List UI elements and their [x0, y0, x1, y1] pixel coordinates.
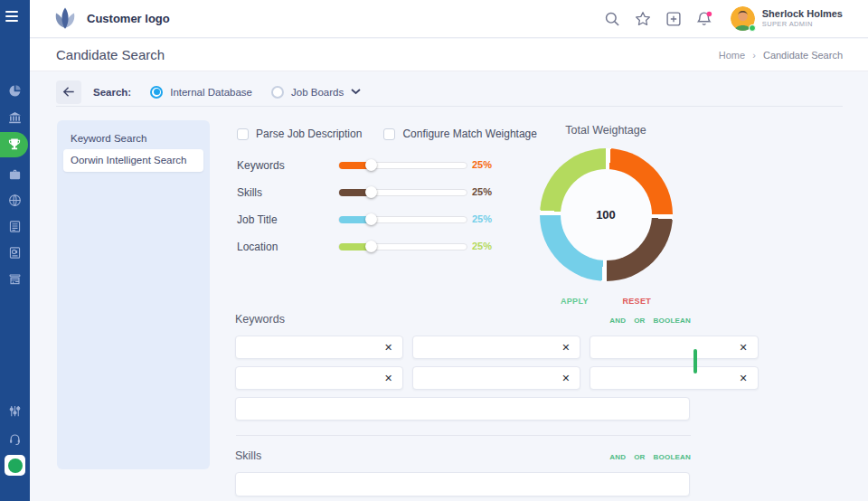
- user-menu[interactable]: Sherlock Holmes SUPER ADMIN: [762, 8, 843, 28]
- search-label: Search:: [93, 87, 131, 98]
- chart-actions: APPLY RESET: [539, 297, 673, 306]
- skill-operators: AND OR BOOLEAN: [609, 453, 691, 461]
- slider-track[interactable]: [338, 243, 467, 250]
- chart-center-value: 100: [561, 169, 652, 260]
- reset-button[interactable]: RESET: [622, 297, 651, 306]
- slider-value: 25%: [472, 213, 492, 224]
- panel-item-keyword-search[interactable]: Keyword Search: [71, 133, 146, 144]
- back-button[interactable]: [56, 80, 81, 104]
- keywords-slider: Keywords 25%: [234, 159, 505, 174]
- online-status-dot: [749, 24, 756, 32]
- operator-boolean[interactable]: BOOLEAN: [654, 317, 691, 325]
- keyword-chip: ✕: [235, 336, 403, 359]
- location-slider: Location 25%: [234, 241, 505, 255]
- slider-track[interactable]: [338, 189, 467, 196]
- chat-widget-icon[interactable]: [5, 455, 25, 476]
- clear-icon[interactable]: ✕: [552, 343, 580, 353]
- avatar[interactable]: [731, 6, 755, 31]
- arrow-left-icon: [62, 86, 75, 98]
- topbar: Customer logo Sherlock Holmes SUPER ADMI…: [30, 0, 868, 38]
- star-icon[interactable]: [635, 11, 651, 27]
- slider-track[interactable]: [338, 216, 467, 223]
- keywords-free-text-input[interactable]: [236, 398, 689, 420]
- breadcrumb-separator: ›: [752, 50, 756, 61]
- slider-value: 25%: [472, 186, 492, 197]
- keyword-input[interactable]: [590, 336, 729, 358]
- keyword-chip: ✕: [412, 366, 580, 390]
- storefront-icon[interactable]: [0, 270, 30, 287]
- operator-and[interactable]: AND: [609, 317, 626, 325]
- keyword-input[interactable]: [590, 367, 729, 389]
- panel-item-oorwin-intelligent-search[interactable]: Oorwin Intelligent Search: [63, 149, 203, 172]
- clear-icon[interactable]: ✕: [729, 373, 757, 383]
- app-sidebar: [0, 0, 30, 501]
- breadcrumb-home[interactable]: Home: [719, 50, 745, 61]
- radio-selected-icon: [150, 86, 163, 99]
- globe-icon[interactable]: [0, 192, 30, 208]
- option-checkboxes: Parse Job Description Configure Match We…: [237, 128, 537, 140]
- configure-match-weightage-checkbox[interactable]: Configure Match Weightage: [383, 128, 537, 140]
- newspaper-icon[interactable]: [0, 218, 30, 234]
- keyword-input[interactable]: [236, 367, 374, 389]
- pie-chart-icon[interactable]: [0, 82, 30, 99]
- slider-value: 25%: [472, 159, 492, 170]
- trophy-icon: [7, 137, 22, 152]
- breadcrumb: Home › Candidate Search: [719, 50, 843, 61]
- keyword-chip: ✕: [235, 366, 403, 390]
- page-title: Candidate Search: [56, 47, 165, 62]
- search-icon[interactable]: [604, 11, 620, 27]
- breadcrumb-current: Candidate Search: [763, 50, 843, 61]
- keywords-section-title: Keywords: [235, 313, 285, 326]
- keyword-input[interactable]: [413, 336, 552, 358]
- clear-icon[interactable]: ✕: [374, 373, 402, 383]
- scrollbar-thumb[interactable]: [693, 349, 697, 373]
- parse-job-description-checkbox[interactable]: Parse Job Description: [237, 128, 362, 140]
- skills-free-text-box: [235, 472, 690, 496]
- customer-logo-icon: [52, 6, 79, 31]
- slider-thumb[interactable]: [365, 241, 377, 252]
- keyword-input[interactable]: [413, 367, 552, 389]
- checkbox-icon: [383, 128, 395, 140]
- total-weightage-chart: Total Weightage 100 APPLY RESET: [539, 124, 673, 306]
- clear-icon[interactable]: ✕: [374, 343, 402, 353]
- page-header: Candidate Search Home › Candidate Search: [30, 39, 868, 71]
- notification-dot: [706, 11, 712, 16]
- sidebar-item-trophy-active[interactable]: [0, 132, 28, 157]
- total-weightage-donut: 100: [540, 148, 673, 281]
- keywords-section-header: Keywords AND OR BOOLEAN: [235, 313, 691, 326]
- keywords-free-text-box: [235, 397, 690, 421]
- user-role: SUPER ADMIN: [762, 21, 843, 28]
- slider-track[interactable]: [338, 162, 467, 169]
- menu-icon[interactable]: [5, 11, 18, 24]
- keyword-operators: AND OR BOOLEAN: [609, 317, 691, 325]
- briefcase-icon[interactable]: [0, 166, 30, 183]
- checkbox-icon: [237, 128, 249, 140]
- blog-icon[interactable]: [0, 244, 30, 260]
- add-square-icon[interactable]: [665, 11, 682, 27]
- sliders-icon[interactable]: [0, 402, 30, 419]
- clear-icon[interactable]: ✕: [552, 373, 580, 383]
- user-name: Sherlock Holmes: [762, 8, 843, 19]
- bell-icon[interactable]: [696, 11, 712, 27]
- slider-thumb[interactable]: [365, 159, 377, 171]
- slider-value: 25%: [472, 241, 492, 251]
- skills-slider: Skills 25%: [234, 186, 505, 201]
- apply-button[interactable]: APPLY: [561, 297, 589, 306]
- main-content: Parse Job Description Configure Match We…: [234, 71, 697, 501]
- keyword-input[interactable]: [236, 336, 374, 358]
- slider-thumb[interactable]: [365, 186, 377, 198]
- keyword-chip: ✕: [412, 336, 580, 359]
- operator-boolean[interactable]: BOOLEAN: [654, 453, 691, 461]
- keyword-chip: ✕: [590, 366, 758, 390]
- operator-and[interactable]: AND: [609, 453, 626, 461]
- skills-free-text-input[interactable]: [236, 473, 689, 496]
- skills-section-title: Skills: [235, 449, 261, 462]
- keyword-chip-list: ✕ ✕ ✕ ✕ ✕ ✕: [235, 336, 691, 390]
- headset-icon[interactable]: [0, 430, 30, 447]
- section-divider: [236, 435, 691, 436]
- operator-or[interactable]: OR: [634, 453, 645, 461]
- slider-thumb[interactable]: [365, 213, 377, 225]
- bank-icon[interactable]: [0, 109, 30, 126]
- operator-or[interactable]: OR: [634, 317, 645, 325]
- clear-icon[interactable]: ✕: [729, 343, 757, 353]
